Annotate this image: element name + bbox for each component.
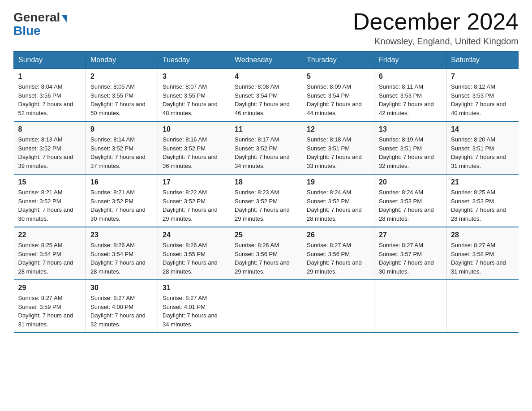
- day-sunrise: Sunrise: 8:24 AM: [379, 189, 423, 196]
- day-number: 28: [451, 231, 514, 239]
- day-number: 14: [451, 125, 514, 133]
- day-number: 27: [379, 231, 442, 239]
- day-daylight: Daylight: 7 hours and 44 minutes.: [307, 101, 362, 116]
- day-sunrise: Sunrise: 8:17 AM: [235, 136, 279, 143]
- day-number: 30: [90, 284, 153, 292]
- calendar-day-cell: 3 Sunrise: 8:07 AM Sunset: 3:55 PM Dayli…: [158, 69, 230, 122]
- day-sunrise: Sunrise: 8:27 AM: [90, 295, 135, 301]
- calendar-body: 1 Sunrise: 8:04 AM Sunset: 3:56 PM Dayli…: [14, 69, 519, 333]
- day-number: 7: [451, 73, 514, 81]
- day-sunrise: Sunrise: 8:04 AM: [18, 83, 63, 90]
- calendar-day-cell: 25 Sunrise: 8:26 AM Sunset: 3:56 PM Dayl…: [230, 227, 302, 280]
- day-sunrise: Sunrise: 8:25 AM: [18, 242, 63, 248]
- calendar-day-cell: 18 Sunrise: 8:23 AM Sunset: 3:52 PM Dayl…: [230, 174, 302, 227]
- calendar-day-cell: 23 Sunrise: 8:26 AM Sunset: 3:54 PM Dayl…: [86, 227, 158, 280]
- calendar-day-cell: 26 Sunrise: 8:27 AM Sunset: 3:56 PM Dayl…: [302, 227, 374, 280]
- day-number: 2: [90, 73, 153, 81]
- day-sunrise: Sunrise: 8:12 AM: [451, 83, 495, 90]
- day-number: 8: [18, 125, 82, 133]
- day-number: 20: [379, 178, 442, 186]
- day-sunrise: Sunrise: 8:13 AM: [18, 136, 63, 143]
- day-sunrise: Sunrise: 8:22 AM: [163, 189, 207, 196]
- day-sunrise: Sunrise: 8:20 AM: [451, 136, 495, 143]
- calendar-day-cell: 29 Sunrise: 8:27 AM Sunset: 3:59 PM Dayl…: [14, 280, 86, 333]
- day-number: 10: [163, 125, 225, 133]
- day-sunrise: Sunrise: 8:25 AM: [451, 189, 495, 196]
- day-daylight: Daylight: 7 hours and 33 minutes.: [307, 154, 362, 169]
- day-daylight: Daylight: 7 hours and 31 minutes.: [18, 312, 73, 328]
- day-sunset: Sunset: 3:53 PM: [379, 92, 422, 99]
- calendar-day-cell: 8 Sunrise: 8:13 AM Sunset: 3:52 PM Dayli…: [14, 121, 86, 174]
- day-sunrise: Sunrise: 8:07 AM: [163, 83, 207, 90]
- calendar-day-cell: 1 Sunrise: 8:04 AM Sunset: 3:56 PM Dayli…: [14, 69, 86, 122]
- day-number: 11: [235, 125, 297, 133]
- calendar-table: Sunday Monday Tuesday Wednesday Thursday…: [13, 51, 519, 333]
- day-sunrise: Sunrise: 8:11 AM: [379, 83, 423, 90]
- day-daylight: Daylight: 7 hours and 30 minutes.: [18, 206, 73, 222]
- calendar-day-cell: 31 Sunrise: 8:27 AM Sunset: 4:01 PM Dayl…: [158, 280, 230, 333]
- day-sunset: Sunset: 3:52 PM: [18, 145, 61, 152]
- day-sunset: Sunset: 3:53 PM: [379, 198, 422, 205]
- day-sunset: Sunset: 3:52 PM: [90, 198, 133, 205]
- day-sunset: Sunset: 3:52 PM: [163, 198, 206, 205]
- day-number: 1: [18, 73, 82, 81]
- day-daylight: Daylight: 7 hours and 28 minutes.: [451, 206, 506, 222]
- day-daylight: Daylight: 7 hours and 37 minutes.: [90, 154, 146, 169]
- day-sunset: Sunset: 3:52 PM: [235, 145, 278, 152]
- day-sunset: Sunset: 3:57 PM: [379, 251, 422, 257]
- day-number: 15: [18, 178, 82, 186]
- calendar-day-cell: 5 Sunrise: 8:09 AM Sunset: 3:54 PM Dayli…: [302, 69, 374, 122]
- day-sunrise: Sunrise: 8:26 AM: [90, 242, 135, 248]
- day-number: 19: [307, 178, 369, 186]
- day-daylight: Daylight: 7 hours and 36 minutes.: [163, 154, 218, 169]
- day-sunset: Sunset: 3:51 PM: [451, 145, 494, 152]
- header-sunday: Sunday: [14, 51, 86, 69]
- calendar-day-cell: 2 Sunrise: 8:05 AM Sunset: 3:55 PM Dayli…: [86, 69, 158, 122]
- calendar-week-row: 29 Sunrise: 8:27 AM Sunset: 3:59 PM Dayl…: [14, 280, 519, 333]
- calendar-day-cell: 11 Sunrise: 8:17 AM Sunset: 3:52 PM Dayl…: [230, 121, 302, 174]
- calendar-day-cell: 15 Sunrise: 8:21 AM Sunset: 3:52 PM Dayl…: [14, 174, 86, 227]
- calendar-day-cell: 16 Sunrise: 8:21 AM Sunset: 3:52 PM Dayl…: [86, 174, 158, 227]
- calendar-day-cell: [374, 280, 446, 333]
- day-sunset: Sunset: 3:51 PM: [379, 145, 422, 152]
- calendar-day-cell: 20 Sunrise: 8:24 AM Sunset: 3:53 PM Dayl…: [374, 174, 446, 227]
- header-saturday: Saturday: [446, 51, 519, 69]
- day-daylight: Daylight: 7 hours and 30 minutes.: [379, 259, 434, 275]
- day-daylight: Daylight: 7 hours and 48 minutes.: [163, 101, 218, 116]
- month-title: December 2024: [353, 9, 519, 34]
- calendar-day-cell: 12 Sunrise: 8:18 AM Sunset: 3:51 PM Dayl…: [302, 121, 374, 174]
- calendar-header: Sunday Monday Tuesday Wednesday Thursday…: [14, 51, 519, 69]
- day-sunset: Sunset: 3:55 PM: [163, 251, 206, 257]
- day-daylight: Daylight: 7 hours and 31 minutes.: [451, 154, 506, 169]
- day-number: 12: [307, 125, 369, 133]
- calendar-day-cell: 21 Sunrise: 8:25 AM Sunset: 3:53 PM Dayl…: [446, 174, 519, 227]
- calendar-day-cell: 17 Sunrise: 8:22 AM Sunset: 3:52 PM Dayl…: [158, 174, 230, 227]
- calendar-day-cell: 27 Sunrise: 8:27 AM Sunset: 3:57 PM Dayl…: [374, 227, 446, 280]
- day-daylight: Daylight: 7 hours and 32 minutes.: [379, 154, 434, 169]
- day-number: 29: [18, 284, 82, 292]
- day-sunset: Sunset: 3:54 PM: [90, 251, 133, 257]
- day-number: 26: [307, 231, 369, 239]
- day-sunset: Sunset: 3:58 PM: [451, 251, 494, 257]
- day-daylight: Daylight: 7 hours and 50 minutes.: [90, 101, 146, 116]
- day-sunset: Sunset: 3:52 PM: [307, 198, 350, 205]
- day-sunset: Sunset: 3:52 PM: [163, 145, 206, 152]
- day-sunrise: Sunrise: 8:26 AM: [235, 242, 279, 248]
- logo-triangle-icon: [61, 15, 67, 23]
- day-daylight: Daylight: 7 hours and 29 minutes.: [307, 259, 362, 275]
- day-sunset: Sunset: 3:54 PM: [235, 92, 278, 99]
- calendar-day-cell: [230, 280, 302, 333]
- calendar-day-cell: 14 Sunrise: 8:20 AM Sunset: 3:51 PM Dayl…: [446, 121, 519, 174]
- day-sunrise: Sunrise: 8:18 AM: [307, 136, 351, 143]
- day-daylight: Daylight: 7 hours and 30 minutes.: [90, 206, 146, 222]
- page-header: General Blue December 2024 Knowsley, Eng…: [13, 9, 519, 47]
- day-number: 16: [90, 178, 153, 186]
- day-sunset: Sunset: 3:52 PM: [235, 198, 278, 205]
- day-daylight: Daylight: 7 hours and 28 minutes.: [379, 206, 434, 222]
- day-daylight: Daylight: 7 hours and 29 minutes.: [235, 206, 290, 222]
- day-sunset: Sunset: 4:00 PM: [90, 304, 133, 310]
- calendar-day-cell: [302, 280, 374, 333]
- day-daylight: Daylight: 7 hours and 28 minutes.: [90, 259, 146, 275]
- day-sunset: Sunset: 3:53 PM: [451, 92, 494, 99]
- day-number: 17: [163, 178, 225, 186]
